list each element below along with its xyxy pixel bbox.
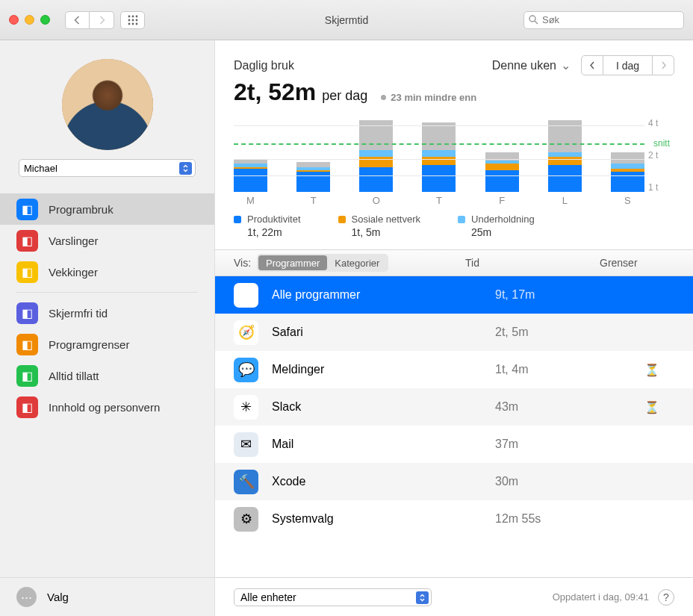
- app-icon: 🔨: [234, 470, 258, 494]
- app-name: Safari: [272, 326, 495, 339]
- today-button[interactable]: I dag: [603, 55, 652, 75]
- period-select[interactable]: Denne uken ⌄: [492, 58, 571, 72]
- app-icon: 💬: [234, 358, 258, 382]
- app-limits-icon: ◧: [16, 334, 38, 355]
- per-day-label: per dag: [322, 88, 367, 104]
- chevron-updown-icon: [179, 162, 192, 175]
- help-button[interactable]: ?: [658, 589, 674, 606]
- svg-point-6: [128, 22, 130, 25]
- legend-label: Underholdning: [471, 214, 535, 225]
- usage-chart: MTOTFLS 4 t2 t1 t snitt: [234, 118, 674, 206]
- svg-point-4: [131, 19, 134, 21]
- app-time: 43m: [495, 400, 630, 414]
- chevron-updown-icon: [416, 591, 429, 604]
- legend-swatch: [338, 216, 346, 223]
- table-row[interactable]: 🧭Safari2t, 5m: [215, 314, 693, 351]
- sidebar-item-label: Skjermfri tid: [49, 307, 108, 320]
- day-label: L: [562, 195, 568, 206]
- sidebar-options[interactable]: ⋯ Valg: [0, 577, 214, 616]
- legend-value: 1t, 22m: [247, 226, 301, 238]
- sidebar-item-downtime[interactable]: ◧Skjermfri tid: [0, 297, 214, 329]
- section-label: Daglig bruk: [234, 59, 294, 72]
- app-time: 12m 55s: [495, 512, 630, 526]
- zoom-window-button[interactable]: [40, 15, 50, 25]
- app-icon: ✉: [234, 432, 258, 457]
- device-value: Alle enheter: [240, 591, 296, 603]
- table-row[interactable]: ✳Slack43m⏳: [215, 388, 693, 426]
- app-time: 9t, 17m: [495, 288, 630, 302]
- tab-categories[interactable]: Kategorier: [327, 255, 387, 270]
- sidebar-item-always-allow[interactable]: ◧Alltid tillatt: [0, 360, 214, 391]
- sidebar-item-pickups[interactable]: ◧Vekkinger: [0, 256, 214, 287]
- titlebar: Skjermtid: [0, 0, 693, 40]
- day-label: S: [624, 195, 631, 206]
- column-time: Tid: [465, 257, 600, 269]
- svg-point-1: [131, 15, 134, 17]
- chart-bar: L: [548, 120, 582, 206]
- svg-point-0: [128, 15, 130, 17]
- chevron-updown-icon: ⌄: [561, 58, 571, 72]
- search-input[interactable]: [542, 14, 679, 25]
- app-name: Meldinger: [272, 363, 495, 376]
- legend-swatch: [458, 216, 465, 223]
- svg-point-2: [135, 15, 137, 17]
- sidebar-item-content-privacy[interactable]: ◧Innhold og personvern: [0, 391, 214, 423]
- forward-button[interactable]: [90, 11, 114, 29]
- sidebar-item-label: Varslinger: [49, 234, 98, 247]
- tab-programs[interactable]: Programmer: [258, 255, 327, 270]
- table-row[interactable]: ⚙Systemvalg12m 55s: [215, 500, 693, 538]
- app-icon: ✳: [234, 395, 258, 420]
- svg-point-9: [529, 16, 535, 22]
- downtime-icon: ◧: [16, 302, 38, 324]
- next-button[interactable]: [652, 55, 674, 75]
- svg-point-8: [135, 22, 137, 25]
- table-row[interactable]: 💬Meldinger1t, 4m⏳: [215, 351, 693, 388]
- table-row[interactable]: 🔨Xcode30m: [215, 463, 693, 500]
- sidebar-item-label: Innhold og personvern: [49, 401, 160, 414]
- legend-label: Sosiale nettverk: [352, 214, 421, 225]
- close-window-button[interactable]: [9, 15, 19, 25]
- search-box[interactable]: [523, 11, 684, 29]
- content-footer: Alle enheter Oppdatert i dag, 09:41 ?: [215, 577, 693, 616]
- day-label: M: [246, 195, 255, 206]
- app-name: Xcode: [272, 475, 495, 488]
- app-name: Slack: [272, 400, 495, 414]
- device-select[interactable]: Alle enheter: [234, 588, 432, 606]
- sidebar-item-label: Vekkinger: [49, 266, 98, 279]
- legend-value: 1t, 5m: [352, 226, 421, 238]
- chart-bar: S: [611, 152, 644, 206]
- svg-point-5: [135, 19, 137, 21]
- user-select[interactable]: Michael: [19, 159, 196, 177]
- table-row[interactable]: ✉Mail37m: [215, 426, 693, 463]
- app-time: 30m: [495, 475, 630, 488]
- app-usage-icon: ◧: [16, 199, 38, 220]
- minimize-window-button[interactable]: [25, 15, 34, 25]
- day-label: O: [373, 195, 380, 206]
- diff-label: 23 min mindre enn: [381, 92, 476, 103]
- table-header: Vis: Programmer Kategorier Tid Grenser: [215, 249, 693, 276]
- search-icon: [529, 15, 538, 25]
- app-name: Mail: [272, 438, 495, 451]
- sidebar-item-label: Programgrenser: [49, 338, 129, 351]
- sidebar-item-label: Programbruk: [49, 203, 114, 216]
- app-icon: 🧭: [234, 320, 258, 345]
- window-title: Skjermtid: [325, 14, 368, 26]
- period-value: Denne uken: [492, 59, 556, 72]
- prev-button[interactable]: [581, 55, 603, 75]
- app-icon: ◆: [234, 283, 258, 308]
- legend-item: Sosiale nettverk1t, 5m: [338, 214, 421, 238]
- table-row[interactable]: ◆Alle programmer9t, 17m: [215, 276, 693, 314]
- show-all-button[interactable]: [120, 11, 145, 29]
- view-segmented-control: Programmer Kategorier: [257, 254, 388, 272]
- user-avatar: [62, 59, 153, 150]
- svg-line-10: [535, 21, 538, 24]
- app-name: Systemvalg: [272, 512, 495, 526]
- legend-item: Underholdning25m: [458, 214, 535, 238]
- avg-label: snitt: [653, 138, 670, 149]
- updated-label: Oppdatert i dag, 09:41: [553, 591, 649, 603]
- sidebar-item-app-usage[interactable]: ◧Programbruk: [0, 193, 214, 225]
- sidebar-item-app-limits[interactable]: ◧Programgrenser: [0, 329, 214, 360]
- app-time: 1t, 4m: [495, 363, 630, 376]
- back-button[interactable]: [65, 11, 90, 29]
- sidebar-item-notifications[interactable]: ◧Varslinger: [0, 225, 214, 256]
